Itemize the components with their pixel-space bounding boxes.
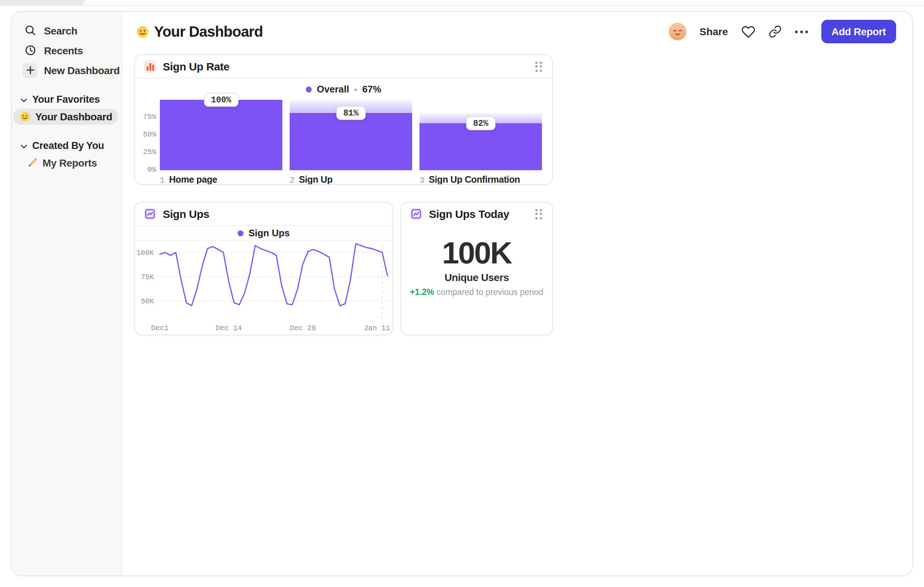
card-header: Sign Ups Today	[401, 203, 552, 225]
funnel-y-tick: 50%	[143, 131, 156, 139]
sidebar-item-your-dashboard[interactable]: Your Dashboard	[13, 109, 118, 125]
sidebar-section-header-created-by-you[interactable]: Created By You	[12, 136, 122, 154]
header-actions: Share Add Report	[669, 20, 896, 43]
sidebar-item-label: My Reports	[43, 157, 97, 169]
sidebar-item-my-reports[interactable]: My Reports	[12, 154, 122, 171]
card-title: Sign Ups	[163, 208, 210, 220]
sign-ups-card: Sign Ups Sign Ups 100K75K50KDec1Dec 14De…	[134, 202, 393, 335]
sidebar-section-created-by-you: Created By You My Reports	[12, 136, 122, 171]
big-number-block: 100K Unique Users +1.2% compared to prev…	[401, 237, 552, 296]
sidebar-section-title: Your Favorites	[32, 94, 100, 104]
funnel-legend: Overall • 67%	[135, 83, 552, 95]
sidebar-item-search[interactable]: Search	[12, 21, 122, 40]
funnel-bar-step-1[interactable]: 100%	[160, 100, 282, 170]
plus-icon	[23, 63, 37, 78]
metric-delta-row: +1.2% compared to previous period	[410, 288, 543, 296]
sidebar-item-label: Recents	[44, 45, 83, 56]
sidebar-item-new-dashboard[interactable]: New Dashboard	[12, 60, 122, 80]
funnel-x-labels: 1Home page2Sign Up3Sign Up Confirmation	[160, 175, 542, 185]
legend-overall-value: 67%	[362, 84, 381, 95]
svg-text:Dec 28: Dec 28	[290, 324, 316, 332]
legend-dot	[306, 86, 312, 92]
card-title: Sign Ups Today	[429, 208, 509, 220]
drag-handle-icon[interactable]	[534, 60, 543, 73]
legend-series-name: Overall	[317, 84, 349, 95]
page-title: Your Dashboard	[154, 23, 263, 40]
svg-text:Dec1: Dec1	[151, 324, 169, 332]
smiley-face-icon	[136, 25, 149, 38]
window-chrome-tab	[0, 0, 85, 5]
legend-series-name: Sign Ups	[249, 227, 290, 238]
search-icon	[23, 23, 37, 38]
chevron-down-icon	[21, 94, 27, 104]
chevron-down-icon	[21, 140, 27, 151]
add-report-button[interactable]: Add Report	[821, 20, 896, 43]
svg-text:100K: 100K	[136, 249, 154, 257]
svg-text:50K: 50K	[141, 297, 154, 306]
funnel-bar-fill	[419, 124, 542, 170]
line-chart-icon	[144, 208, 156, 220]
funnel-chart: 75%50%25%0% 100%81%82%	[142, 100, 542, 170]
delta-note: compared to previous period	[436, 288, 543, 296]
bar-chart-icon	[144, 60, 156, 73]
sidebar-section-title: Created By You	[32, 140, 104, 151]
svg-text:Jan 11: Jan 11	[364, 324, 390, 332]
funnel-step-label: 1Home page	[160, 175, 282, 185]
more-options-icon[interactable]	[795, 30, 808, 33]
card-header: Sign Ups	[135, 203, 392, 226]
metric-value: 100K	[442, 237, 512, 269]
funnel-bar-step-2[interactable]: 81%	[290, 100, 412, 170]
svg-text:Dec 14: Dec 14	[216, 324, 242, 332]
dashboard-header: Your Dashboard Share	[136, 18, 896, 45]
legend-dot	[238, 230, 243, 236]
line-chart-legend: Sign Ups	[135, 226, 392, 241]
main-content: Your Dashboard Share	[122, 12, 912, 575]
svg-text:75K: 75K	[141, 273, 154, 281]
sidebar: Search Recents New Dashboard Your Favori…	[12, 12, 122, 575]
funnel-step-label: 2Sign Up	[290, 175, 412, 185]
funnel-conversion-badge: 82%	[466, 117, 495, 131]
drag-handle-icon[interactable]	[534, 207, 543, 220]
funnel-bar-fill	[160, 100, 282, 170]
funnel-conversion-badge: 100%	[203, 93, 238, 107]
sidebar-section-favorites: Your Favorites Your Dashboard	[12, 90, 122, 125]
legend-separator: •	[354, 85, 357, 94]
card-title: Sign Up Rate	[163, 60, 229, 73]
sign-up-rate-card: Sign Up Rate Overall • 67% 75%50%25%0% 1…	[134, 54, 553, 185]
funnel-bar-step-3[interactable]: 82%	[419, 100, 542, 170]
sign-ups-line-chart[interactable]: 100K75K50KDec1Dec 14Dec 28Jan 11	[135, 241, 393, 335]
dashboard-grid: Sign Up Rate Overall • 67% 75%50%25%0% 1…	[134, 54, 553, 335]
sidebar-item-label: New Dashboard	[44, 64, 120, 76]
copy-link-icon[interactable]	[769, 25, 782, 38]
funnel-step-label: 3Sign Up Confirmation	[419, 175, 542, 185]
funnel-y-tick: 25%	[143, 148, 156, 157]
funnel-bar-fill	[290, 113, 412, 170]
favorite-heart-icon[interactable]	[741, 25, 755, 38]
sign-ups-today-card: Sign Ups Today 100K Unique Users +1.2% c…	[400, 202, 553, 335]
funnel-bars: 100%81%82%	[160, 100, 542, 170]
metric-label: Unique Users	[444, 271, 509, 283]
recents-clock-icon	[23, 43, 37, 58]
line-chart-icon	[410, 208, 422, 220]
funnel-conversion-badge: 81%	[336, 106, 366, 120]
delta-value: +1.2%	[410, 288, 434, 296]
smiley-face-icon	[20, 112, 30, 122]
funnel-y-axis: 75%50%25%0%	[142, 100, 160, 170]
sidebar-item-label: Search	[44, 25, 78, 36]
app-container: Search Recents New Dashboard Your Favori…	[11, 11, 913, 576]
sidebar-item-recents[interactable]: Recents	[12, 40, 122, 60]
pencil-icon	[27, 157, 37, 168]
window-chrome-strip	[0, 0, 924, 6]
card-header: Sign Up Rate	[135, 55, 552, 79]
funnel-y-tick: 0%	[147, 166, 156, 175]
funnel-y-tick: 75%	[143, 113, 156, 122]
sidebar-section-header-your-favorites[interactable]: Your Favorites	[12, 90, 122, 108]
app-window: Search Recents New Dashboard Your Favori…	[0, 0, 924, 587]
share-button[interactable]: Share	[700, 26, 728, 37]
user-avatar[interactable]	[669, 23, 686, 40]
sidebar-item-label: Your Dashboard	[35, 111, 112, 122]
